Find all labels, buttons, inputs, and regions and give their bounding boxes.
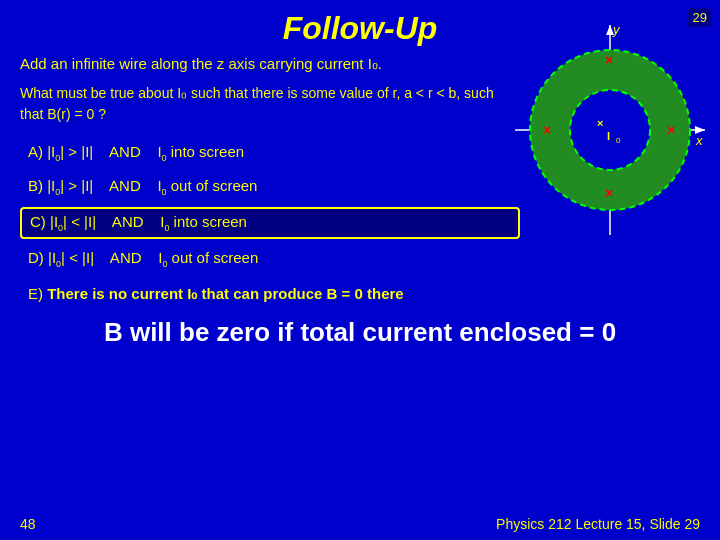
footer: 48 Physics 212 Lecture 15, Slide 29: [0, 516, 720, 532]
svg-text:I: I: [607, 130, 610, 142]
svg-text:x: x: [695, 133, 703, 148]
svg-text:×: ×: [543, 122, 551, 138]
svg-text:×: ×: [597, 117, 603, 129]
footer-slide-number: 48: [20, 516, 36, 532]
answer-c: C) |I0| < |I| AND I0 into screen: [20, 207, 520, 239]
svg-text:×: ×: [605, 52, 613, 68]
svg-text:0: 0: [616, 136, 621, 145]
svg-text:×: ×: [605, 185, 613, 201]
answer-e: E) There is no current I₀ that can produ…: [20, 281, 520, 307]
diagram: y x × × × × × I 0: [510, 20, 710, 240]
answer-d: D) |I0| < |I| AND I0 out of screen: [20, 245, 520, 273]
big-answer: B will be zero if total current enclosed…: [20, 317, 700, 348]
footer-course-info: Physics 212 Lecture 15, Slide 29: [496, 516, 700, 532]
answers-list: A) |I0| > |I| AND I0 into screen B) |I0|…: [20, 139, 520, 273]
slide-question: What must be true about I₀ such that the…: [20, 83, 500, 125]
answer-e-bold: There is no current I₀ that can produce …: [47, 285, 404, 302]
svg-text:×: ×: [667, 122, 675, 138]
answer-b: B) |I0| > |I| AND I0 out of screen: [20, 173, 520, 201]
answer-a: A) |I0| > |I| AND I0 into screen: [20, 139, 520, 167]
slide: 29 Follow-Up Add an infinite wire along …: [0, 0, 720, 540]
svg-text:y: y: [612, 22, 621, 37]
